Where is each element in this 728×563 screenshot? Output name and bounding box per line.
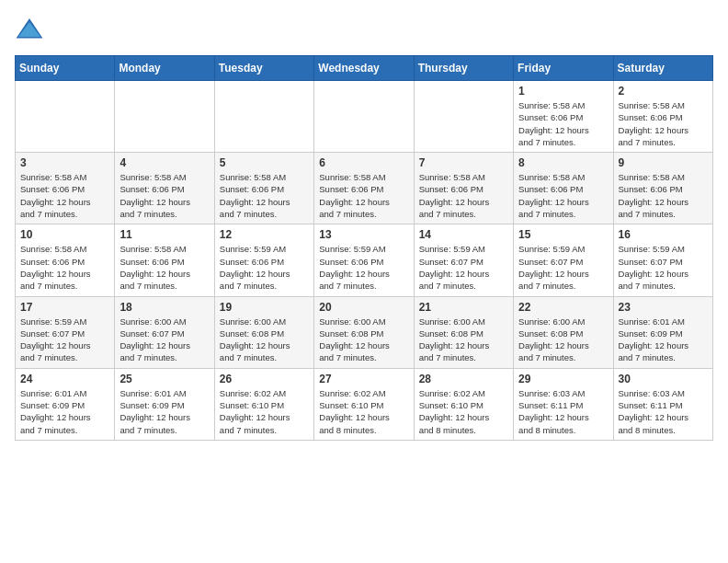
day-info: Sunrise: 6:00 AM Sunset: 6:08 PM Dayligh… [518,316,608,364]
calendar-cell: 17Sunrise: 5:59 AM Sunset: 6:07 PM Dayli… [16,296,115,368]
day-info: Sunrise: 5:58 AM Sunset: 6:06 PM Dayligh… [20,171,109,220]
day-info: Sunrise: 5:59 AM Sunset: 6:07 PM Dayligh… [20,316,109,364]
day-number: 12 [220,228,309,241]
calendar: SundayMondayTuesdayWednesdayThursdayFrid… [15,55,713,441]
calendar-week-3: 10Sunrise: 5:58 AM Sunset: 6:06 PM Dayli… [16,224,713,296]
day-number: 7 [419,156,508,169]
day-header-friday: Friday [514,56,613,81]
logo-icon [15,15,44,44]
day-number: 20 [319,301,408,314]
day-info: Sunrise: 6:02 AM Sunset: 6:10 PM Dayligh… [319,387,408,436]
day-info: Sunrise: 6:00 AM Sunset: 6:07 PM Dayligh… [119,316,209,364]
calendar-cell: 24Sunrise: 6:01 AM Sunset: 6:09 PM Dayli… [16,368,115,440]
calendar-cell: 20Sunrise: 6:00 AM Sunset: 6:08 PM Dayli… [314,296,414,368]
day-number: 18 [119,301,209,314]
day-number: 1 [518,85,608,98]
calendar-cell: 25Sunrise: 6:01 AM Sunset: 6:09 PM Dayli… [115,368,214,440]
day-info: Sunrise: 5:59 AM Sunset: 6:06 PM Dayligh… [319,243,408,292]
day-number: 8 [518,156,608,169]
logo [15,15,48,44]
day-number: 10 [20,228,109,241]
day-info: Sunrise: 5:58 AM Sunset: 6:06 PM Dayligh… [518,171,608,220]
day-info: Sunrise: 5:58 AM Sunset: 6:06 PM Dayligh… [619,99,708,148]
day-number: 4 [119,156,209,169]
day-info: Sunrise: 6:00 AM Sunset: 6:08 PM Dayligh… [319,316,408,364]
calendar-cell: 21Sunrise: 6:00 AM Sunset: 6:08 PM Dayli… [414,296,513,368]
day-info: Sunrise: 5:58 AM Sunset: 6:06 PM Dayligh… [619,171,708,220]
day-number: 28 [419,373,508,385]
day-info: Sunrise: 6:00 AM Sunset: 6:08 PM Dayligh… [419,316,508,364]
day-number: 2 [619,85,708,98]
calendar-cell [214,81,313,153]
calendar-cell: 16Sunrise: 5:59 AM Sunset: 6:07 PM Dayli… [613,224,712,296]
calendar-cell: 9Sunrise: 5:58 AM Sunset: 6:06 PM Daylig… [613,153,712,224]
day-number: 15 [518,228,608,241]
calendar-cell: 29Sunrise: 6:03 AM Sunset: 6:11 PM Dayli… [514,368,613,440]
day-info: Sunrise: 5:58 AM Sunset: 6:06 PM Dayligh… [20,243,109,292]
day-number: 11 [119,228,209,241]
calendar-cell [115,81,214,153]
day-header-monday: Monday [115,56,214,81]
calendar-cell: 4Sunrise: 5:58 AM Sunset: 6:06 PM Daylig… [115,153,214,224]
day-info: Sunrise: 5:59 AM Sunset: 6:07 PM Dayligh… [619,243,708,292]
day-number: 13 [319,228,408,241]
day-number: 17 [20,301,109,314]
calendar-header-row: SundayMondayTuesdayWednesdayThursdayFrid… [16,56,713,81]
calendar-cell: 28Sunrise: 6:02 AM Sunset: 6:10 PM Dayli… [414,368,513,440]
day-info: Sunrise: 5:59 AM Sunset: 6:07 PM Dayligh… [518,243,608,292]
day-header-wednesday: Wednesday [314,56,414,81]
calendar-week-1: 1Sunrise: 5:58 AM Sunset: 6:06 PM Daylig… [16,81,713,153]
day-number: 26 [220,373,309,385]
day-info: Sunrise: 5:58 AM Sunset: 6:06 PM Dayligh… [119,171,209,220]
calendar-cell: 12Sunrise: 5:59 AM Sunset: 6:06 PM Dayli… [214,224,313,296]
calendar-cell: 10Sunrise: 5:58 AM Sunset: 6:06 PM Dayli… [16,224,115,296]
calendar-cell: 19Sunrise: 6:00 AM Sunset: 6:08 PM Dayli… [214,296,313,368]
calendar-cell: 27Sunrise: 6:02 AM Sunset: 6:10 PM Dayli… [314,368,414,440]
calendar-cell: 7Sunrise: 5:58 AM Sunset: 6:06 PM Daylig… [414,153,513,224]
day-header-thursday: Thursday [414,56,513,81]
day-number: 9 [619,156,708,169]
calendar-cell [314,81,414,153]
day-number: 6 [319,156,408,169]
day-info: Sunrise: 6:02 AM Sunset: 6:10 PM Dayligh… [220,387,309,436]
day-info: Sunrise: 6:03 AM Sunset: 6:11 PM Dayligh… [619,387,708,436]
day-header-saturday: Saturday [613,56,712,81]
day-header-sunday: Sunday [16,56,115,81]
calendar-week-5: 24Sunrise: 6:01 AM Sunset: 6:09 PM Dayli… [16,368,713,440]
day-info: Sunrise: 6:01 AM Sunset: 6:09 PM Dayligh… [20,387,109,436]
calendar-week-2: 3Sunrise: 5:58 AM Sunset: 6:06 PM Daylig… [16,153,713,224]
svg-marker-1 [18,22,40,37]
calendar-cell: 5Sunrise: 5:58 AM Sunset: 6:06 PM Daylig… [214,153,313,224]
day-info: Sunrise: 6:00 AM Sunset: 6:08 PM Dayligh… [220,316,309,364]
calendar-cell: 15Sunrise: 5:59 AM Sunset: 6:07 PM Dayli… [514,224,613,296]
day-number: 14 [419,228,508,241]
day-number: 23 [619,301,708,314]
day-info: Sunrise: 5:59 AM Sunset: 6:06 PM Dayligh… [220,243,309,292]
day-info: Sunrise: 6:03 AM Sunset: 6:11 PM Dayligh… [518,387,608,436]
day-number: 21 [419,301,508,314]
page-header [15,15,713,44]
day-number: 3 [20,156,109,169]
day-info: Sunrise: 5:58 AM Sunset: 6:06 PM Dayligh… [518,99,608,148]
calendar-cell: 8Sunrise: 5:58 AM Sunset: 6:06 PM Daylig… [514,153,613,224]
day-info: Sunrise: 5:58 AM Sunset: 6:06 PM Dayligh… [419,171,508,220]
day-number: 19 [220,301,309,314]
calendar-cell: 6Sunrise: 5:58 AM Sunset: 6:06 PM Daylig… [314,153,414,224]
calendar-cell: 22Sunrise: 6:00 AM Sunset: 6:08 PM Dayli… [514,296,613,368]
calendar-cell: 23Sunrise: 6:01 AM Sunset: 6:09 PM Dayli… [613,296,712,368]
calendar-week-4: 17Sunrise: 5:59 AM Sunset: 6:07 PM Dayli… [16,296,713,368]
calendar-cell: 11Sunrise: 5:58 AM Sunset: 6:06 PM Dayli… [115,224,214,296]
day-number: 25 [119,373,209,385]
calendar-cell: 1Sunrise: 5:58 AM Sunset: 6:06 PM Daylig… [514,81,613,153]
calendar-cell: 2Sunrise: 5:58 AM Sunset: 6:06 PM Daylig… [613,81,712,153]
day-header-tuesday: Tuesday [214,56,313,81]
day-number: 5 [220,156,309,169]
day-number: 27 [319,373,408,385]
calendar-cell [16,81,115,153]
day-info: Sunrise: 6:01 AM Sunset: 6:09 PM Dayligh… [619,316,708,364]
calendar-cell: 3Sunrise: 5:58 AM Sunset: 6:06 PM Daylig… [16,153,115,224]
day-number: 24 [20,373,109,385]
day-info: Sunrise: 5:58 AM Sunset: 6:06 PM Dayligh… [220,171,309,220]
calendar-cell: 13Sunrise: 5:59 AM Sunset: 6:06 PM Dayli… [314,224,414,296]
day-info: Sunrise: 5:58 AM Sunset: 6:06 PM Dayligh… [319,171,408,220]
